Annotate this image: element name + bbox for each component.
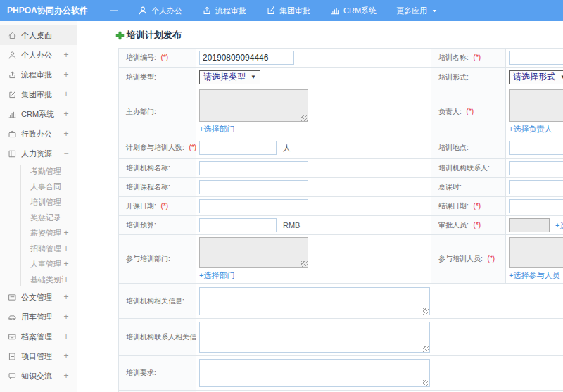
institution-contact-related-info-textarea[interactable] <box>199 322 430 353</box>
nav-personal-office[interactable]: 个人办公 <box>138 6 182 16</box>
sidebar-item-workflow-approval[interactable]: 流程审批+ <box>0 65 77 84</box>
participating-personnel-textarea[interactable] <box>509 237 563 268</box>
course-name-input[interactable] <box>199 180 308 194</box>
nav-workflow-approval[interactable]: 流程审批 <box>202 6 246 16</box>
training-type-select[interactable]: 请选择类型▼ <box>199 70 260 84</box>
sidebar-subitem-label: 招聘管理 <box>30 244 63 254</box>
form-row: 培训课程名称:总课时: <box>119 178 563 197</box>
participating-departments-label: 参与培训部门: <box>119 235 196 284</box>
sidebar-item-human-resources[interactable]: 人力资源− <box>0 144 77 163</box>
planned-participants-label: 计划参与培训人数: (*) <box>119 137 196 159</box>
sidebar-item-personal-office[interactable]: 个人办公+ <box>0 45 77 65</box>
sidebar-subitem-label: 人事管理 <box>30 259 63 270</box>
total-class-hours-input[interactable] <box>509 180 563 194</box>
training-name-label: 培训名称: (*) <box>431 49 506 68</box>
training-no-field-cell <box>196 49 431 68</box>
person-in-charge-textarea[interactable] <box>509 89 563 122</box>
host-department-textarea[interactable] <box>199 89 308 122</box>
project-icon <box>8 352 17 361</box>
form-row: 培训编号: (*)培训名称: (*) <box>119 49 563 68</box>
institution-name-input[interactable] <box>199 161 308 175</box>
nav-label: 流程审批 <box>215 6 246 16</box>
sidebar-item-label: 个人办公 <box>21 50 63 61</box>
edit-icon <box>266 6 276 15</box>
person-in-charge-field-cell: +选择负责人 <box>506 87 563 137</box>
person-in-charge-link[interactable]: +选择负责人 <box>509 124 552 134</box>
planned-participants-field-cell: 人 <box>196 137 431 159</box>
form-row: 主办部门:+选择部门负责人: (*)+选择负责人 <box>119 87 563 137</box>
end-date-input[interactable] <box>509 199 563 213</box>
plus-icon <box>115 31 125 40</box>
participating-personnel-label: 参与培训人员: (*) <box>431 235 506 284</box>
training-type-field-cell: 请选择类型▼ <box>196 68 431 87</box>
start-date-input[interactable] <box>199 199 308 213</box>
sidebar-subitem-label: 人事合同 <box>30 182 63 192</box>
training-form-select[interactable]: 请选择形式▼ <box>509 70 563 84</box>
expand-plus-icon: + <box>63 351 70 361</box>
sidebar-subitem-recruitment-management[interactable]: 招聘管理+ <box>0 241 77 256</box>
sidebar-subitem-salary-management[interactable]: 薪资管理+ <box>0 225 77 241</box>
host-department-link[interactable]: +选择部门 <box>199 124 234 134</box>
institution-related-info-field-cell <box>196 284 563 319</box>
participating-departments-textarea[interactable] <box>199 237 308 268</box>
sidebar: 个人桌面个人办公+流程审批+集团审批+CRM系统+行政办公+人力资源−考勤管理人… <box>0 21 77 392</box>
expand-plus-icon: + <box>63 109 70 119</box>
required-marker: (*) <box>161 202 169 210</box>
training-name-input[interactable] <box>509 51 563 65</box>
sidebar-subitem-base-category-settings[interactable]: 基础类别设置+ <box>0 272 77 287</box>
required-marker: (*) <box>467 108 474 115</box>
expand-plus-icon: + <box>63 259 70 269</box>
sidebar-item-personal-desktop[interactable]: 个人桌面 <box>0 25 77 45</box>
training-no-input[interactable] <box>199 51 294 65</box>
training-name-field-cell <box>506 49 563 68</box>
sidebar-item-knowledge-exchange[interactable]: 知识交流+ <box>0 366 77 386</box>
institution-contact-related-info-field-cell <box>196 319 563 356</box>
training-location-input[interactable] <box>509 141 563 155</box>
institution-related-info-textarea[interactable] <box>199 287 430 315</box>
host-department-label: 主办部门: <box>119 87 196 137</box>
hamburger-icon[interactable] <box>107 4 121 18</box>
institution-contact-related-info-label: 培训机构联系人相关信息: <box>119 319 196 356</box>
planned-participants-input[interactable] <box>199 141 277 155</box>
nav-crm-system[interactable]: CRM系统 <box>330 6 377 16</box>
expand-plus-icon: + <box>63 292 70 302</box>
expand-plus-icon: + <box>63 70 70 80</box>
sidebar-subitem-attendance-management[interactable]: 考勤管理 <box>0 163 77 179</box>
sidebar-item-label: 流程审批 <box>21 70 63 80</box>
document-icon <box>8 293 17 302</box>
participating-departments-link[interactable]: +选择部门 <box>199 270 234 281</box>
approver-link[interactable]: +选择审批人员 <box>555 221 563 229</box>
training-requirements-textarea[interactable] <box>199 359 430 387</box>
training-type-select-value: 请选择类型 <box>203 71 246 83</box>
sidebar-item-label: 档案管理 <box>21 331 63 342</box>
sidebar-item-label: 项目管理 <box>21 351 63 362</box>
sidebar-subitem-hr-contracts[interactable]: 人事合同 <box>0 179 77 194</box>
training-budget-label: 培训预算: <box>119 216 196 235</box>
sidebar-subitem-reward-punishment-records[interactable]: 奖惩记录 <box>0 210 77 225</box>
sidebar-item-group-approval[interactable]: 集团审批+ <box>0 84 77 104</box>
institution-name-field-cell <box>196 159 431 178</box>
sidebar-item-admin-office[interactable]: 行政办公+ <box>0 124 77 144</box>
sidebar-item-archive-management[interactable]: 档案管理+ <box>0 327 77 346</box>
institution-contact-input[interactable] <box>509 161 563 175</box>
user-icon <box>8 51 17 60</box>
sidebar-item-crm-system[interactable]: CRM系统+ <box>0 104 77 124</box>
sidebar-item-vehicle-management[interactable]: 用车管理+ <box>0 307 77 327</box>
expand-plus-icon: + <box>63 274 70 284</box>
app-title: PHPOA协同办公软件 <box>0 5 104 17</box>
sidebar-item-document-management[interactable]: 公文管理+ <box>0 287 77 307</box>
form-row: 培训机构联系人相关信息: <box>119 319 563 356</box>
sidebar-item-project-management[interactable]: 项目管理+ <box>0 346 77 366</box>
nav-more-apps[interactable]: 更多应用 <box>396 6 438 16</box>
sidebar-subitem-personnel-management[interactable]: 人事管理+ <box>0 256 77 272</box>
total-class-hours-field-cell <box>506 178 563 197</box>
sidebar-subitem-training-management[interactable]: 培训管理 <box>0 194 77 210</box>
approver-input[interactable] <box>509 218 550 232</box>
form-row: 培训机构名称:培训机构联系人: <box>119 159 563 178</box>
participating-personnel-link[interactable]: +选择参与人员 <box>509 270 559 281</box>
expand-plus-icon: + <box>63 89 70 99</box>
host-department-field-cell: +选择部门 <box>196 87 431 137</box>
training-location-label: 培训地点: <box>431 137 506 159</box>
training-budget-input[interactable] <box>199 218 277 232</box>
nav-group-approval[interactable]: 集团审批 <box>266 6 310 16</box>
